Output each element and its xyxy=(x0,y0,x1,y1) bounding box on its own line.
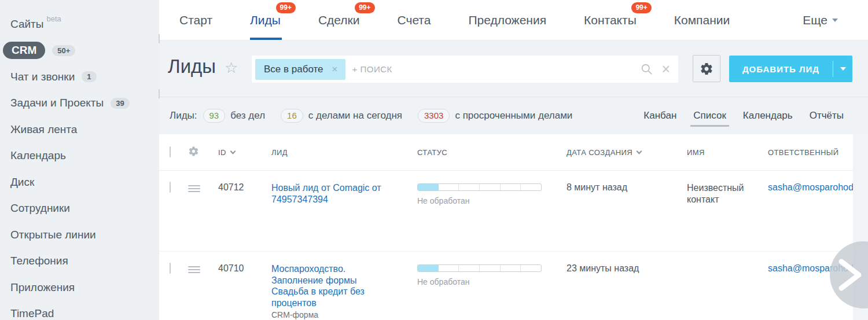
row-checkbox[interactable] xyxy=(170,182,171,193)
column-header-lead: ЛИД xyxy=(271,148,417,157)
table-header-row: ID ЛИД СТАТУС ДАТА СОЗДАНИЯ ИМЯ ОТВЕТСТВ… xyxy=(159,134,868,171)
sidebar-item-label: Календарь xyxy=(10,149,66,162)
view-tab-calendar[interactable]: Календарь xyxy=(742,97,794,134)
sidebar-item-label: Чат и звонки xyxy=(10,71,75,83)
sidebar-resize-handle[interactable] xyxy=(159,89,160,98)
column-header-id[interactable]: ID xyxy=(214,148,271,157)
sidebar-item-sites[interactable]: Сайты beta xyxy=(0,11,159,38)
counter-badge: 1 xyxy=(82,71,96,82)
nav-item-start[interactable]: Старт xyxy=(179,0,212,40)
filter-chip-label: Все в работе xyxy=(264,64,323,75)
nav-item-invoices[interactable]: Счета xyxy=(398,0,431,40)
view-switcher: Канбан Список Календарь Отчёты xyxy=(642,97,845,134)
view-tab-kanban[interactable]: Канбан xyxy=(642,97,678,134)
lead-status-progress[interactable] xyxy=(417,264,542,272)
counter-badge: 50+ xyxy=(52,45,75,56)
search-actions: × xyxy=(641,62,670,76)
clear-search-icon[interactable]: × xyxy=(661,62,670,76)
add-lead-button[interactable]: ДОБАВИТЬ ЛИД xyxy=(729,56,852,82)
filter-chip[interactable]: Все в работе × xyxy=(255,59,345,80)
sidebar-item-label: Открытые линии xyxy=(10,229,96,241)
column-header-name: ИМЯ xyxy=(687,148,768,157)
row-menu-icon[interactable] xyxy=(188,266,200,273)
responsible-link[interactable]: sasha@mosparohods xyxy=(768,182,858,193)
search-icon[interactable] xyxy=(641,63,653,75)
crm-section-nav: Старт Лиды 99+ Сделки 99+ Счета Предложе… xyxy=(159,0,868,41)
toolbar: Лиды ☆ Все в работе × × ДОБАВИТЬ ЛИД xyxy=(159,41,868,97)
lead-status-label: Не обработан xyxy=(417,277,567,286)
sidebar-item-crm[interactable]: CRM 50+ xyxy=(0,38,159,64)
grid-settings-button[interactable] xyxy=(693,55,720,82)
lead-title-link[interactable]: Моспароходство. Заполнение формы Свадьба… xyxy=(271,263,365,308)
search-input[interactable] xyxy=(352,64,641,74)
sidebar-active-item-pill: CRM xyxy=(3,42,45,59)
sidebar-item-apps[interactable]: Приложения xyxy=(0,274,159,301)
sidebar-item-label: TimePad xyxy=(10,307,54,320)
nav-item-more[interactable]: Еще xyxy=(803,0,838,40)
sidebar-item-telephony[interactable]: Телефония xyxy=(0,248,159,275)
notification-badge: 99+ xyxy=(276,2,296,13)
counter-label: с просроченными делами xyxy=(455,110,572,122)
column-header-label: ДАТА СОЗДАНИЯ xyxy=(567,148,632,157)
table-row: 40712 Новый лид от Comagic от 7495734739… xyxy=(159,171,868,252)
sidebar-item-label: Телефония xyxy=(10,255,68,267)
nav-item-quotes[interactable]: Предложения xyxy=(468,0,546,40)
sidebar-item-label: Задачи и Проекты xyxy=(10,97,104,109)
chevron-down-icon xyxy=(832,19,838,22)
nav-item-label: Предложения xyxy=(468,13,546,27)
counters-prefix: Лиды: xyxy=(170,110,197,122)
sidebar-resize-handle[interactable] xyxy=(159,34,160,43)
counter-today-activities[interactable]: 16 xyxy=(281,109,303,123)
sidebar-item-feed[interactable]: Живая лента xyxy=(0,116,159,143)
nav-item-label: Старт xyxy=(179,13,212,27)
sidebar-item-timepad[interactable]: TimePad xyxy=(0,301,159,320)
add-lead-dropdown-button[interactable] xyxy=(833,67,852,71)
sidebar-item-calendar[interactable]: Календарь xyxy=(0,143,159,170)
column-header-created[interactable]: ДАТА СОЗДАНИЯ xyxy=(567,148,687,157)
nav-item-contacts[interactable]: Контакты 99+ xyxy=(584,0,637,40)
sidebar-item-label: Диск xyxy=(10,176,34,189)
table-row: 40710 Моспароходство. Заполнение формы С… xyxy=(159,252,868,320)
sidebar-item-label: Сайты xyxy=(10,18,43,31)
column-header-label: ID xyxy=(218,148,226,157)
counter-badge: 39 xyxy=(111,98,129,109)
sort-chevron-icon xyxy=(637,148,642,154)
notification-badge: 99+ xyxy=(631,2,651,13)
row-checkbox[interactable] xyxy=(170,263,171,274)
nav-item-deals[interactable]: Сделки 99+ xyxy=(318,0,360,40)
lead-source-note: CRM-форма xyxy=(271,310,417,319)
chevron-down-icon xyxy=(840,67,846,71)
counter-no-activities[interactable]: 93 xyxy=(203,109,226,123)
sidebar-item-open-lines[interactable]: Открытые линии xyxy=(0,222,159,248)
crm-app: Сайты beta CRM 50+ Чат и звонки 1 Задачи… xyxy=(0,0,868,320)
column-header-label: СТАТУС xyxy=(417,148,447,157)
counter-label: с делами на сегодня xyxy=(308,110,402,122)
nav-item-companies[interactable]: Компании xyxy=(674,0,730,40)
lead-title-link[interactable]: Новый лид от Comagic от 74957347394 xyxy=(271,182,381,205)
sidebar-item-label: Сотрудники xyxy=(10,202,70,215)
sidebar-item-label: Живая лента xyxy=(10,123,77,136)
lead-status-progress[interactable] xyxy=(417,183,542,191)
view-tab-label: Канбан xyxy=(643,110,676,122)
row-menu-icon[interactable] xyxy=(188,185,200,192)
nav-item-label: Компании xyxy=(674,13,730,27)
counter-label: без дел xyxy=(230,110,265,122)
counter-overdue-activities[interactable]: 3303 xyxy=(418,109,450,123)
view-tab-list[interactable]: Список xyxy=(692,97,727,134)
leads-table: ID ЛИД СТАТУС ДАТА СОЗДАНИЯ ИМЯ ОТВЕТСТВ… xyxy=(159,134,868,320)
sidebar-item-employees[interactable]: Сотрудники xyxy=(0,196,159,222)
nav-item-label: Счета xyxy=(398,13,431,27)
nav-item-label: Контакты xyxy=(584,13,637,27)
lead-status-label: Не обработан xyxy=(417,196,567,205)
column-settings-gear-icon[interactable] xyxy=(188,146,199,157)
filter-search-box[interactable]: Все в работе × × xyxy=(252,56,678,83)
sidebar-item-tasks-projects[interactable]: Задачи и Проекты 39 xyxy=(0,90,159,117)
sidebar-item-disk[interactable]: Диск xyxy=(0,169,159,196)
favorite-star-icon[interactable]: ☆ xyxy=(225,59,238,77)
nav-item-leads[interactable]: Лиды 99+ xyxy=(250,0,281,40)
sidebar-item-chat-calls[interactable]: Чат и звонки 1 xyxy=(0,64,159,90)
filter-chip-remove-icon[interactable]: × xyxy=(332,64,338,75)
view-tab-reports[interactable]: Отчёты xyxy=(808,97,845,134)
select-all-checkbox[interactable] xyxy=(170,146,171,157)
lead-id: 40712 xyxy=(214,182,271,193)
